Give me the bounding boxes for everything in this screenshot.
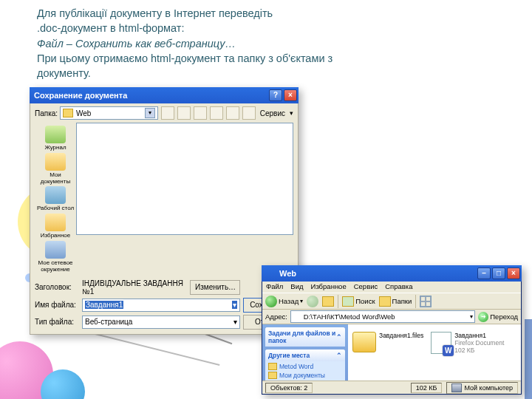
menu-file[interactable]: Файл: [266, 282, 283, 292]
search-icon: [342, 296, 354, 307]
doc-size: 102 КБ: [454, 347, 474, 354]
doc-type: Firefox Document: [454, 339, 504, 347]
folder-combo[interactable]: Web ▾: [60, 106, 158, 120]
filename-label: Имя файла:: [35, 301, 79, 309]
chevron-down-icon[interactable]: ▾: [470, 313, 473, 320]
doc-title-label: Заголовок:: [35, 283, 79, 291]
places-mydocs[interactable]: Мои документы: [35, 153, 76, 185]
back-icon[interactable]: [161, 106, 174, 120]
address-bar: Адрес: D:\ТАНІ\КТ\Metod Word\Web ▾ ➜Пере…: [262, 310, 521, 324]
file-list-pane[interactable]: [76, 123, 293, 235]
menu-help[interactable]: Справка: [385, 282, 412, 292]
filename-value: Завдання1: [85, 301, 123, 309]
menu-bar: Файл Вид Избранное Сервис Справка: [262, 282, 521, 293]
status-bar: Объектов: 2 102 КБ Мой компьютер: [262, 381, 521, 394]
dialog-titlebar[interactable]: Сохранение документа ? ×: [30, 87, 299, 103]
views-button[interactable]: [420, 296, 432, 307]
explorer-window: Web – □ × Файл Вид Избранное Сервис Спра…: [262, 265, 522, 395]
folder-icon: [293, 313, 301, 321]
back-button[interactable]: Назад▾: [265, 296, 303, 307]
menu-favorites[interactable]: Избранное: [311, 282, 347, 292]
chevron-down-icon[interactable]: ▾: [290, 109, 293, 117]
chevron-down-icon[interactable]: ▾: [233, 318, 237, 326]
instruction-line-2: .doc-документ в html-формат:: [37, 22, 184, 34]
maximize-button[interactable]: □: [492, 267, 505, 279]
forward-button[interactable]: [307, 296, 318, 307]
chevron-up-icon: ⌃: [336, 333, 342, 341]
place-parent[interactable]: Metod Word: [268, 363, 342, 370]
up-button[interactable]: [322, 296, 334, 307]
delete-icon[interactable]: [210, 106, 223, 120]
places-desktop[interactable]: Рабочий стол: [37, 186, 74, 212]
folder-icon: [266, 269, 276, 278]
address-value: D:\ТАНІ\КТ\Metod Word\Web: [304, 313, 395, 321]
filetype-label: Тип файла:: [35, 318, 79, 326]
instruction-line-5: документу.: [37, 67, 91, 79]
place-mydocs[interactable]: Мои документы: [268, 372, 342, 379]
other-places-box: Другие места⌃ Metod Word Мои документы О…: [265, 349, 345, 381]
tasks-box: Задачи для файлов и папок⌃: [265, 327, 345, 347]
task-pane: Задачи для файлов и папок⌃ Другие места⌃…: [262, 324, 348, 381]
status-size: 102 КБ: [411, 383, 443, 393]
folder-icon: [63, 109, 73, 117]
change-title-button[interactable]: Изменить…: [190, 280, 240, 295]
folder-combo-value: Web: [76, 109, 145, 117]
go-icon: ➜: [478, 312, 488, 322]
instruction-line-4: При цьому отримаємо html-документ та пап…: [37, 52, 332, 64]
chevron-up-icon: ⌃: [336, 352, 342, 359]
places-recent[interactable]: Журнал: [44, 126, 66, 151]
file-view[interactable]: Завдання1.files Завдання1 Firefox Docume…: [348, 324, 521, 381]
folders-button[interactable]: Папки: [379, 296, 412, 307]
instruction-text: Для публікації документу в Інтернет пере…: [37, 6, 517, 81]
computer-icon: [451, 383, 462, 392]
service-menu[interactable]: Сервис: [259, 109, 287, 117]
help-button[interactable]: ?: [269, 89, 282, 101]
filetype-value: Веб-страница: [85, 318, 132, 326]
search-icon[interactable]: [194, 106, 207, 120]
folder-icon: [268, 363, 277, 370]
up-icon[interactable]: [177, 106, 191, 120]
places-bar: Журнал Мои документы Рабочий стол Избран…: [35, 123, 76, 276]
go-button[interactable]: ➜Переход: [478, 312, 518, 322]
filetype-combo[interactable]: Веб-страница ▾: [82, 316, 240, 329]
close-button[interactable]: ×: [507, 267, 520, 279]
search-button[interactable]: Поиск: [342, 296, 375, 307]
document-item[interactable]: Завдання1 Firefox Document 102 КБ: [431, 332, 504, 355]
menu-view[interactable]: Вид: [290, 282, 303, 292]
folder-icon: [268, 372, 277, 379]
back-icon: [265, 296, 277, 307]
status-objects: Объектов: 2: [265, 383, 313, 393]
word-document-icon: [431, 332, 451, 354]
chevron-down-icon[interactable]: ▾: [232, 301, 237, 309]
close-button[interactable]: ×: [284, 89, 297, 101]
explorer-title: Web: [279, 269, 296, 278]
folders-icon: [379, 296, 391, 307]
dialog-title: Сохранение документа: [34, 91, 127, 100]
menu-service[interactable]: Сервис: [354, 282, 378, 292]
folder-name: Завдання1.files: [379, 332, 423, 339]
chevron-down-icon[interactable]: ▾: [145, 108, 155, 118]
stray-edge: [525, 319, 532, 399]
toolbar: Назад▾ Поиск Папки: [262, 293, 521, 310]
minimize-button[interactable]: –: [477, 267, 491, 279]
places-network[interactable]: Мое сетевое окружение: [35, 241, 76, 273]
tasks-header[interactable]: Задачи для файлов и папок⌃: [265, 327, 345, 347]
places-favorites[interactable]: Избранное: [41, 214, 71, 239]
address-input[interactable]: D:\ТАНІ\КТ\Metod Word\Web ▾: [290, 310, 475, 323]
address-label: Адрес:: [265, 313, 287, 321]
doc-name: Завдання1: [454, 332, 486, 339]
status-zone: Мой компьютер: [446, 382, 518, 394]
other-places-header[interactable]: Другие места⌃: [265, 349, 345, 361]
instruction-line-3: Файл – Сохранить как веб-страницу…: [37, 38, 236, 50]
explorer-titlebar[interactable]: Web – □ ×: [262, 265, 522, 282]
folder-label: Папка:: [35, 109, 57, 117]
new-folder-icon[interactable]: [226, 106, 239, 120]
filename-input[interactable]: Завдання1 ▾: [82, 299, 240, 312]
doc-title-value: ІНДИВІДУАЛЬНЕ ЗАВДАННЯ №1: [82, 279, 187, 296]
save-as-dialog: Сохранение документа ? × Папка: Web ▾ Се…: [30, 87, 299, 335]
views-icon[interactable]: [242, 106, 256, 120]
folder-icon: [352, 332, 376, 352]
instruction-line-1: Для публікації документу в Інтернет пере…: [37, 7, 273, 19]
folder-item[interactable]: Завдання1.files: [352, 332, 423, 352]
